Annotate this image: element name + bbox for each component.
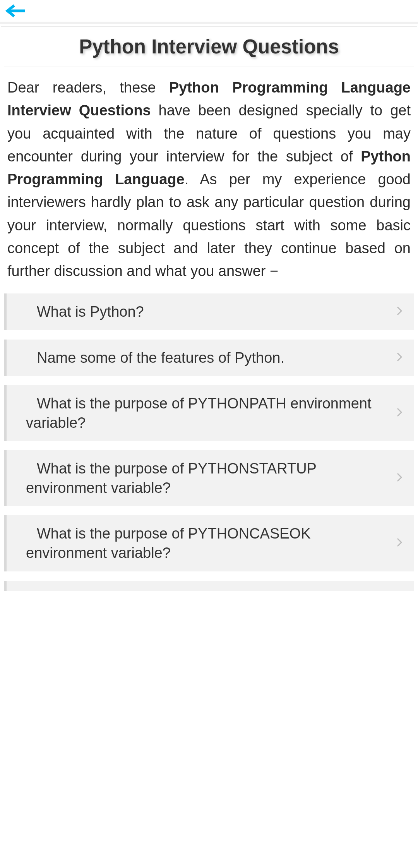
header-separator — [0, 22, 418, 24]
content-area: Python Interview Questions Dear readers,… — [1, 26, 417, 594]
expand-icon — [396, 407, 403, 419]
question-item-partial[interactable] — [4, 581, 414, 591]
intro-lead: Dear readers, these — [7, 79, 169, 96]
chevron-right-icon — [396, 352, 403, 362]
chevron-right-icon — [396, 472, 403, 482]
question-text: What is the purpose of PYTHONSTARTUP env… — [15, 459, 390, 497]
question-list: What is Python? Name some of the feature… — [4, 293, 414, 590]
expand-icon — [396, 306, 403, 317]
expand-icon — [396, 537, 403, 549]
expand-icon — [396, 472, 403, 484]
question-text: What is Python? — [15, 302, 390, 321]
question-item[interactable]: What is the purpose of PYTHONSTARTUP env… — [4, 450, 414, 506]
expand-icon — [396, 352, 403, 364]
arrow-left-icon — [5, 4, 27, 18]
bottom-spacer — [0, 594, 418, 868]
chevron-right-icon — [396, 407, 403, 417]
chevron-right-icon — [396, 537, 403, 547]
question-item[interactable]: What is Python? — [4, 293, 414, 330]
question-item[interactable]: Name some of the features of Python. — [4, 340, 414, 376]
question-item[interactable]: What is the purpose of PYTHONCASEOK envi… — [4, 515, 414, 571]
app-header — [0, 0, 418, 22]
chevron-right-icon — [396, 306, 403, 316]
question-text: Name some of the features of Python. — [15, 348, 390, 367]
page-title: Python Interview Questions — [4, 33, 414, 67]
back-button[interactable] — [4, 3, 29, 19]
question-item[interactable]: What is the purpose of PYTHONPATH enviro… — [4, 385, 414, 441]
intro-paragraph: Dear readers, these Python Programming L… — [4, 76, 414, 293]
question-text: What is the purpose of PYTHONCASEOK envi… — [15, 524, 390, 563]
question-text: What is the purpose of PYTHONPATH enviro… — [15, 394, 390, 432]
